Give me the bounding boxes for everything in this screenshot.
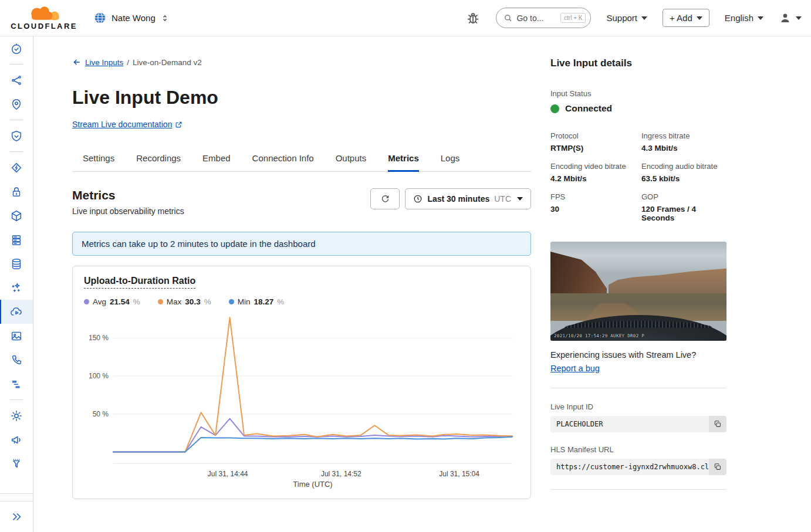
user-icon [779, 12, 792, 25]
sidebar-collapse-button[interactable] [0, 501, 33, 532]
sidebar-item-calls-phone[interactable] [0, 348, 33, 372]
legend-unit: % [133, 297, 140, 306]
cloudflare-cloud-icon [19, 5, 69, 23]
detail-value: 4.2 Mbit/s [550, 174, 636, 183]
add-label: + Add [670, 13, 692, 23]
svg-text:Jul 31, 14:44: Jul 31, 14:44 [208, 470, 248, 478]
sidebar-item-ai-sparkles[interactable] [0, 276, 33, 300]
sidebar-item-settings-gear[interactable] [0, 404, 33, 428]
report-bug-link[interactable]: Report a bug [550, 364, 600, 373]
breadcrumb-live-inputs-link[interactable]: Live Inputs [85, 58, 123, 67]
sidebar-item-traffic-split[interactable] [0, 68, 33, 92]
chevron-down-icon [697, 16, 702, 20]
svg-text:Jul 31, 15:04: Jul 31, 15:04 [439, 470, 479, 478]
account-name: Nate Wong [111, 13, 156, 23]
sidebar-divider [0, 116, 33, 124]
detail-label: GOP [641, 192, 726, 201]
upload-duration-chart: 50 %100 %150 %Jul 31, 14:44Jul 31, 14:52… [84, 312, 521, 489]
hls-manifest-label: HLS Manifest URL [550, 445, 726, 454]
legend-unit: % [204, 297, 211, 306]
chart-title: Upload-to-Duration Ratio [84, 276, 195, 289]
settings-gear-icon [10, 409, 23, 422]
detail-label: Protocol [550, 131, 636, 140]
sidebar-item-server-stack[interactable] [0, 228, 33, 252]
sidebar-item-workers-cube[interactable] [0, 204, 33, 228]
tab-logs[interactable]: Logs [441, 147, 460, 172]
refresh-button[interactable] [370, 188, 400, 209]
copy-hls-url-button[interactable] [709, 459, 726, 475]
user-menu[interactable] [779, 12, 802, 25]
tab-settings[interactable]: Settings [83, 147, 114, 172]
sidebar-divider [0, 396, 33, 404]
time-range-zone: UTC [494, 194, 511, 204]
time-range-dropdown[interactable]: Last 30 minutes UTC [405, 188, 531, 209]
detail-value: 63.5 kbit/s [641, 174, 726, 183]
tab-outputs[interactable]: Outputs [336, 147, 367, 172]
lock-icon [10, 185, 23, 198]
images-icon [10, 330, 23, 343]
gantt-bars-icon [10, 378, 23, 391]
language-menu[interactable]: English [725, 13, 763, 23]
upload-duration-card: Upload-to-Duration Ratio Avg21.54%Max30.… [72, 266, 531, 499]
sidebar-divider [0, 60, 33, 68]
chevrons-right-icon [10, 510, 23, 523]
time-range-label: Last 30 minutes [427, 194, 489, 204]
megaphone-icon [10, 433, 23, 446]
tab-bar: SettingsRecordingsEmbedConnection InfoOu… [72, 147, 531, 172]
stream-docs-label: Stream Live documentation [72, 120, 172, 129]
detail-field: Ingress bitrate4.3 Mbit/s [641, 131, 726, 153]
sidebar-item-database[interactable] [0, 252, 33, 276]
legend-max: Max30.3% [158, 297, 211, 306]
legend-dot [229, 299, 234, 304]
tab-metrics[interactable]: Metrics [388, 147, 419, 172]
tab-connection-info[interactable]: Connection Info [252, 147, 314, 172]
sidebar-item-lock[interactable] [0, 179, 33, 204]
tab-embed[interactable]: Embed [202, 147, 231, 172]
support-label: Support [606, 13, 637, 23]
live-input-id-value: PLACEHOLDER [556, 420, 603, 428]
legend-value: 30.3 [185, 297, 200, 306]
add-button[interactable]: + Add [663, 9, 709, 27]
chevron-down-icon [796, 16, 802, 20]
sidebar-item-timer-check[interactable] [0, 36, 33, 60]
stream-docs-link[interactable]: Stream Live documentation [72, 120, 183, 129]
account-switcher[interactable]: Nate Wong [94, 12, 169, 24]
global-search[interactable]: Go to... ctrl + K [496, 8, 591, 28]
external-link-icon [175, 121, 183, 128]
svg-text:Time (UTC): Time (UTC) [293, 480, 332, 489]
clock-icon [413, 194, 423, 204]
detail-label: Encoding audio bitrate [641, 162, 726, 171]
sidebar-item-funnel-filter[interactable] [0, 452, 33, 476]
svg-text:Jul 31, 14:52: Jul 31, 14:52 [321, 470, 361, 478]
detail-field: Encoding video bitrate4.2 Mbit/s [550, 162, 636, 183]
breadcrumb: Live Inputs / Live-on-Demand v2 [72, 57, 531, 67]
timer-check-icon [10, 42, 23, 55]
sidebar-item-megaphone[interactable] [0, 428, 33, 452]
issues-text: Experiencing issues with Stream Live? [550, 350, 726, 360]
sidebar-item-stream-cloud-play[interactable] [0, 300, 33, 324]
funnel-filter-icon [10, 458, 23, 470]
bug-report-icon[interactable] [465, 11, 481, 26]
tab-recordings[interactable]: Recordings [136, 147, 181, 172]
sidebar-item-images[interactable] [0, 324, 33, 348]
legend-dot [84, 299, 89, 304]
support-menu[interactable]: Support [606, 13, 647, 23]
legend-dot [158, 299, 163, 304]
sidebar-item-map-pin[interactable] [0, 92, 33, 116]
live-input-id-field: PLACEHOLDER [550, 416, 726, 432]
metrics-info-banner: Metrics can take up to 2 minutes to upda… [72, 232, 531, 256]
sidebar-item-gantt-bars[interactable] [0, 372, 33, 396]
legend-min: Min18.27% [229, 297, 285, 306]
cloudflare-logo: CLOUDFLARE [9, 5, 79, 31]
status-badge: Connected [565, 103, 612, 114]
detail-value: 30 [550, 205, 636, 214]
svg-text:100 %: 100 % [89, 372, 109, 380]
svg-text:50 %: 50 % [93, 410, 109, 418]
page-title: Live Input Demo [72, 87, 531, 109]
sidebar-item-shield-security[interactable] [0, 124, 33, 148]
copy-live-input-id-button[interactable] [709, 416, 726, 432]
detail-field: GOP120 Frames / 4 Seconds [641, 192, 726, 222]
status-connected-dot [550, 104, 559, 113]
refresh-icon [380, 194, 390, 204]
sidebar-item-zap-diamond[interactable] [0, 155, 33, 179]
